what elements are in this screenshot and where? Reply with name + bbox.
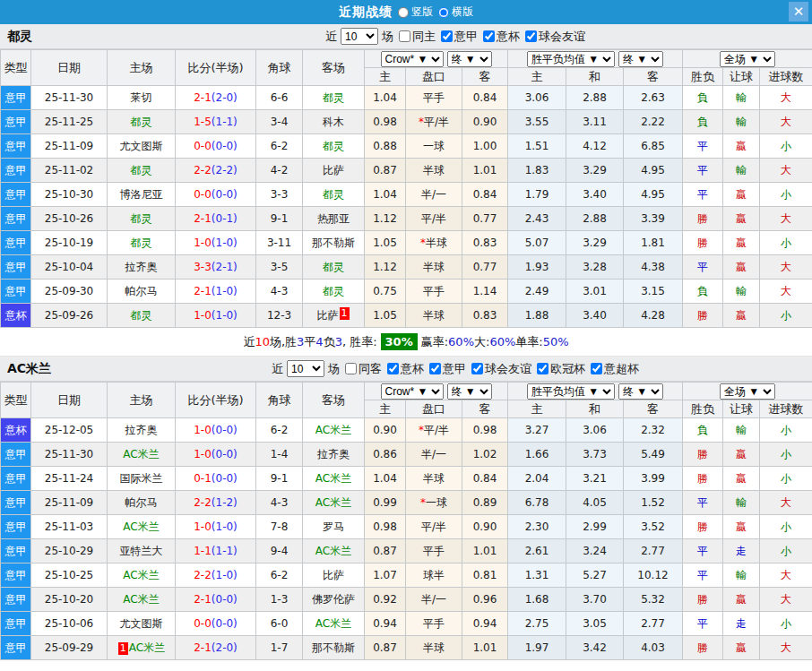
filter-checkbox-input-0[interactable] xyxy=(345,363,357,374)
scope-select[interactable]: 全场 ▼ xyxy=(720,383,775,400)
odds-company-select[interactable]: Crow* ▼ xyxy=(381,383,444,400)
filter-checkbox-1[interactable]: 意甲 xyxy=(441,29,478,45)
filter-checkbox-0[interactable]: 同主 xyxy=(399,29,436,45)
cell-goals-result: 大 xyxy=(760,159,812,183)
fulltime-score: 1-0 xyxy=(194,309,212,322)
layout-radio-vertical[interactable] xyxy=(398,7,409,18)
odds-company-select[interactable]: Crow* ▼ xyxy=(381,51,444,67)
cell-away-team: 都灵 xyxy=(303,255,365,280)
cell-goals-result: 大 xyxy=(760,491,812,515)
filter-checkbox-1[interactable]: 意杯 xyxy=(387,361,424,377)
cell-goals-result: 大 xyxy=(760,588,812,612)
cell-draw-odds: 3.21 xyxy=(566,467,624,491)
cell-home-team: 都灵 xyxy=(108,304,176,328)
cell-match-type: 意甲 xyxy=(1,612,31,636)
recent-count-select[interactable]: 10 xyxy=(287,360,324,377)
cell-wdl-result: 平 xyxy=(683,134,723,159)
cell-handicap-line: 平/半 xyxy=(406,207,462,231)
filter-checkbox-4[interactable]: 欧冠杯 xyxy=(537,361,585,377)
cell-match-type: 意甲 xyxy=(1,539,31,563)
close-icon[interactable]: ✕ xyxy=(789,2,808,22)
summary-text: 大: xyxy=(474,334,489,350)
cell-goals-result: 大 xyxy=(760,86,812,110)
cell-draw-odds: 3.01 xyxy=(566,280,624,304)
wdl-average-select[interactable]: 胜平负均值 ▼ xyxy=(527,51,615,67)
summary-text: 10 xyxy=(255,335,270,348)
cell-draw-odds: 3.05 xyxy=(566,612,624,636)
fulltime-score: 2-1 xyxy=(194,641,212,654)
filter-checkbox-label: 同主 xyxy=(412,29,436,45)
col-header-goals-result: 进球数 xyxy=(760,68,812,86)
layout-radio-horizontal[interactable] xyxy=(438,7,449,18)
cell-away-team: 都灵 xyxy=(303,280,365,304)
filter-checkbox-input-1[interactable] xyxy=(387,363,399,374)
cell-home-team: 1AC米兰 xyxy=(108,636,176,660)
cell-lose-odds: 2.77 xyxy=(624,612,683,636)
cell-handicap-home-odds: 0.87 xyxy=(365,636,406,660)
wdl-state-select[interactable]: 终 ▼ xyxy=(618,51,663,67)
cell-corners: 4-3 xyxy=(256,280,303,304)
cell-away-team: 科木 xyxy=(303,110,365,134)
filter-checkbox-input-5[interactable] xyxy=(591,363,602,374)
odds-dropdown-group: Crow* ▼终 ▼ xyxy=(365,50,508,68)
cell-date: 25-11-09 xyxy=(31,134,108,159)
wdl-state-select[interactable]: 终 ▼ xyxy=(618,383,663,400)
scope-select[interactable]: 全场 ▼ xyxy=(720,51,775,67)
cell-handicap-away-odds: 1.00 xyxy=(462,134,508,159)
cell-date: 25-11-02 xyxy=(31,159,108,183)
filter-checkbox-5[interactable]: 意超杯 xyxy=(591,361,639,377)
cell-win-odds: 2.30 xyxy=(508,515,566,539)
odds-state-select[interactable]: 终 ▼ xyxy=(447,383,492,400)
halftime-score: (2-0) xyxy=(212,641,238,654)
cell-goals-result: 小 xyxy=(760,539,812,563)
home-team-name: AC米兰 xyxy=(123,520,159,533)
filter-checkbox-input-2[interactable] xyxy=(429,363,441,374)
cell-handicap-line: 平手 xyxy=(406,612,462,636)
filter-checkbox-3[interactable]: 球会友谊 xyxy=(471,361,531,377)
wdl-average-select[interactable]: 胜平负均值 ▼ xyxy=(527,383,615,400)
cell-date: 25-10-25 xyxy=(31,563,108,588)
cell-win-odds: 3.55 xyxy=(508,110,566,134)
halftime-score: (0-0) xyxy=(212,617,238,630)
cell-handicap-home-odds: 0.88 xyxy=(365,134,406,159)
cell-handicap-away-odds: 0.84 xyxy=(462,86,508,110)
layout-option-horizontal[interactable]: 横版 xyxy=(438,4,473,20)
filter-checkbox-2[interactable]: 意杯 xyxy=(483,29,520,45)
cell-wdl-result: 勝 xyxy=(683,588,723,612)
layout-option-vertical[interactable]: 竖版 xyxy=(398,4,433,20)
cell-lose-odds: 3.99 xyxy=(624,467,683,491)
cell-date: 25-10-06 xyxy=(31,612,108,636)
filter-checkbox-input-2[interactable] xyxy=(483,30,495,42)
cell-match-type: 意甲 xyxy=(1,563,31,588)
away-team-name: 罗马 xyxy=(323,520,344,533)
col-header-score: 比分(半场) xyxy=(176,50,256,86)
cell-match-type: 意甲 xyxy=(1,207,31,231)
cell-draw-odds: 2.88 xyxy=(566,86,624,110)
col-header-handicap-home: 主 xyxy=(365,400,406,418)
cell-letball-result: 輸 xyxy=(723,280,760,304)
filter-checkbox-input-3[interactable] xyxy=(525,30,537,42)
cell-away-team: AC米兰 xyxy=(303,467,365,491)
odds-state-select[interactable]: 终 ▼ xyxy=(447,51,492,67)
cell-lose-odds: 1.52 xyxy=(624,491,683,515)
filter-checkbox-input-3[interactable] xyxy=(471,363,483,374)
filter-checkbox-2[interactable]: 意甲 xyxy=(429,361,466,377)
filter-checkbox-3[interactable]: 球会友谊 xyxy=(525,29,585,45)
summary-text: 3 xyxy=(335,335,342,348)
scope-dropdown-group: 全场 ▼ xyxy=(683,383,812,400)
cell-handicap-home-odds: 1.05 xyxy=(365,304,406,328)
filter-checkbox-input-0[interactable] xyxy=(399,30,410,42)
away-team-name: 都灵 xyxy=(323,140,344,152)
cell-score: 2-2(1-0) xyxy=(176,563,256,588)
cell-home-team: 亚特兰大 xyxy=(108,539,176,563)
filter-checkbox-input-4[interactable] xyxy=(537,363,549,374)
filter-checkbox-0[interactable]: 同客 xyxy=(345,361,382,377)
cell-goals-result: 小 xyxy=(760,134,812,159)
cell-draw-odds: 3.70 xyxy=(566,588,624,612)
cell-handicap-line: 半球 xyxy=(406,159,462,183)
halftime-score: (2-0) xyxy=(212,91,238,104)
team-section: AC米兰近10场同客意杯意甲球会友谊欧冠杯意超杯类型日期主场比分(半场)角球客场… xyxy=(0,357,812,660)
filter-checkbox-input-1[interactable] xyxy=(441,30,453,42)
handicap-text: 平手 xyxy=(423,617,445,630)
recent-count-select[interactable]: 10 xyxy=(341,28,378,45)
